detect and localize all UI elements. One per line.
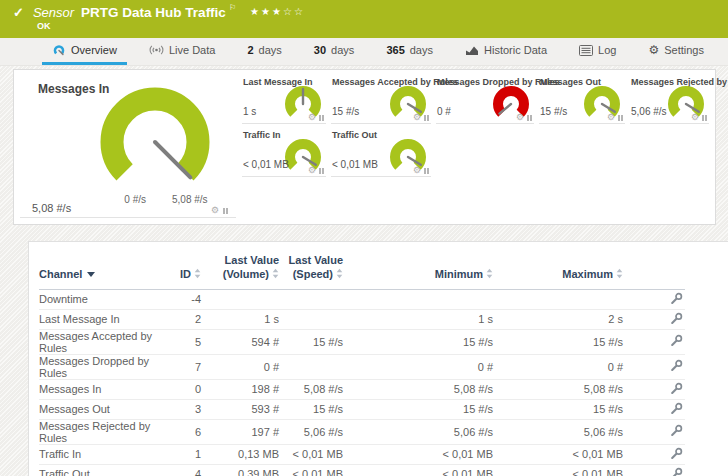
gear-icon[interactable]: ⚙	[607, 113, 615, 122]
sensor-kind-label: Sensor	[33, 5, 74, 20]
wrench-icon[interactable]	[670, 359, 683, 372]
column-header-minimum[interactable]: Minimum	[345, 248, 495, 289]
cell-lv_speed: 5,08 #/s	[281, 379, 345, 399]
tab-label: Settings	[664, 44, 704, 56]
cell-channel: Messages In	[39, 379, 169, 399]
column-header-lv_volume[interactable]: Last Value(Volume)	[203, 248, 281, 289]
tab-overview[interactable]: Overview	[42, 38, 127, 65]
gear-icon[interactable]: ⚙	[516, 113, 524, 122]
cell-lv_volume: 0,13 MB	[203, 444, 281, 464]
cell-lv_volume: 593 #	[203, 399, 281, 419]
cell-maximum: 5,08 #/s	[495, 379, 625, 399]
flag-icon[interactable]: ⚐	[229, 3, 236, 12]
pause-icon[interactable]	[223, 208, 228, 214]
sort-arrows-icon	[272, 268, 279, 279]
main-gauge-panel: Messages In 0 #/s 5,08 #/s 5,08 #/s ⚙	[20, 74, 236, 218]
cell-actions	[625, 309, 685, 329]
pause-icon[interactable]	[527, 115, 532, 121]
wrench-icon[interactable]	[670, 467, 683, 476]
cell-id: 4	[169, 464, 203, 476]
overview-panel: Messages In 0 #/s 5,08 #/s 5,08 #/s ⚙ La…	[13, 69, 716, 225]
gear-icon[interactable]: ⚙	[211, 206, 219, 215]
cell-id: 6	[169, 419, 203, 444]
tab-label: Live Data	[169, 44, 215, 56]
tab-live-data[interactable]: Live Data	[139, 38, 225, 65]
table-row-downtime: Downtime-4	[39, 289, 685, 309]
table-row-traffic-out: Traffic Out40,39 MB< 0,01 MB< 0,01 MB< 0…	[39, 464, 685, 476]
mini-gauge-panel-1: Last Message In1 s⚙	[242, 74, 326, 124]
cell-actions	[625, 464, 685, 476]
cell-maximum: < 0,01 MB	[495, 444, 625, 464]
column-header-channel[interactable]: Channel	[39, 248, 169, 289]
pause-icon[interactable]	[319, 168, 324, 174]
mini-gauge-title: Traffic In	[243, 130, 281, 140]
cell-lv_speed: < 0,01 MB	[281, 444, 345, 464]
mini-gauge-panel-2: Messages Accepted by Rules15 #/s⚙	[331, 74, 431, 124]
mini-gauge-value: 1 s	[243, 106, 256, 117]
pause-icon[interactable]	[319, 115, 324, 121]
cell-lv_speed: < 0,01 MB	[281, 464, 345, 476]
gear-icon[interactable]: ⚙	[691, 113, 699, 122]
mini-gauge-panel-5: Messages Rejected by Rules5,06 #/s⚙	[630, 74, 709, 124]
wrench-icon[interactable]	[670, 382, 683, 395]
tab-historic-data[interactable]: Historic Data	[455, 38, 557, 65]
cell-maximum: < 0,01 MB	[495, 464, 625, 476]
mini-gauge-value: 15 #/s	[540, 106, 567, 117]
cell-lv_volume: 198 #	[203, 379, 281, 399]
gear-icon[interactable]: ⚙	[413, 166, 421, 175]
cell-minimum: 15 #/s	[345, 399, 495, 419]
cell-channel: Messages Out	[39, 399, 169, 419]
column-header-maximum[interactable]: Maximum	[495, 248, 625, 289]
tab-settings[interactable]: ⚙Settings	[638, 38, 714, 65]
check-icon: ✓	[13, 5, 24, 20]
tab-log[interactable]: Log	[569, 38, 626, 65]
pause-icon[interactable]	[424, 115, 429, 121]
cell-id: 3	[169, 399, 203, 419]
wrench-icon[interactable]	[670, 402, 683, 415]
sort-caret-icon	[87, 272, 95, 277]
gear-icon[interactable]: ⚙	[308, 166, 316, 175]
tab-365-days[interactable]: 365days	[376, 38, 443, 65]
column-header-lv_speed[interactable]: Last Value(Speed)	[281, 248, 345, 289]
wrench-icon[interactable]	[670, 312, 683, 325]
wrench-icon[interactable]	[670, 292, 683, 305]
cell-lv_speed	[281, 309, 345, 329]
sort-arrows-icon	[616, 268, 623, 279]
cell-lv_volume: 0 #	[203, 354, 281, 379]
main-gauge-scale-min: 0 #/s	[90, 194, 146, 205]
settings-icon: ⚙	[648, 45, 659, 55]
cell-maximum	[495, 289, 625, 309]
sensor-title: PRTG Data Hub Traffic	[81, 5, 226, 20]
column-header-id[interactable]: ID	[169, 248, 203, 289]
star-rating[interactable]: ★★★☆☆	[250, 6, 305, 17]
cell-maximum: 15 #/s	[495, 399, 625, 419]
cell-lv_volume: 1 s	[203, 309, 281, 329]
cell-maximum: 0 #	[495, 354, 625, 379]
tab-label: days	[331, 44, 354, 56]
sort-arrows-icon	[336, 268, 343, 279]
table-row-messages-in: Messages In0198 #5,08 #/s5,08 #/s5,08 #/…	[39, 379, 685, 399]
cell-channel: Messages Dropped by Rules	[39, 354, 169, 379]
cell-actions	[625, 444, 685, 464]
mini-gauge-value: < 0,01 MB	[243, 159, 289, 170]
pause-icon[interactable]	[702, 115, 707, 121]
wrench-icon[interactable]	[670, 334, 683, 347]
cell-actions	[625, 289, 685, 309]
table-row-messages-rejected-by-rules: Messages Rejected by Rules6197 #5,06 #/s…	[39, 419, 685, 444]
cell-maximum: 15 #/s	[495, 329, 625, 354]
wrench-icon[interactable]	[670, 424, 683, 437]
tab-2-days[interactable]: 2days	[237, 38, 291, 65]
table-row-messages-accepted-by-rules: Messages Accepted by Rules5594 #15 #/s15…	[39, 329, 685, 354]
pause-icon[interactable]	[618, 115, 623, 121]
cell-actions	[625, 379, 685, 399]
cell-lv_speed: 15 #/s	[281, 329, 345, 354]
cell-minimum: 1 s	[345, 309, 495, 329]
gear-icon[interactable]: ⚙	[413, 113, 421, 122]
wrench-icon[interactable]	[670, 447, 683, 460]
channel-table: ChannelIDLast Value(Volume)Last Value(Sp…	[39, 248, 685, 476]
gear-icon[interactable]: ⚙	[308, 113, 316, 122]
tab-30-days[interactable]: 30days	[304, 38, 365, 65]
cell-minimum: 0 #	[345, 354, 495, 379]
sensor-tabbar: OverviewLive Data2days30days365daysHisto…	[0, 38, 728, 66]
pause-icon[interactable]	[424, 168, 429, 174]
